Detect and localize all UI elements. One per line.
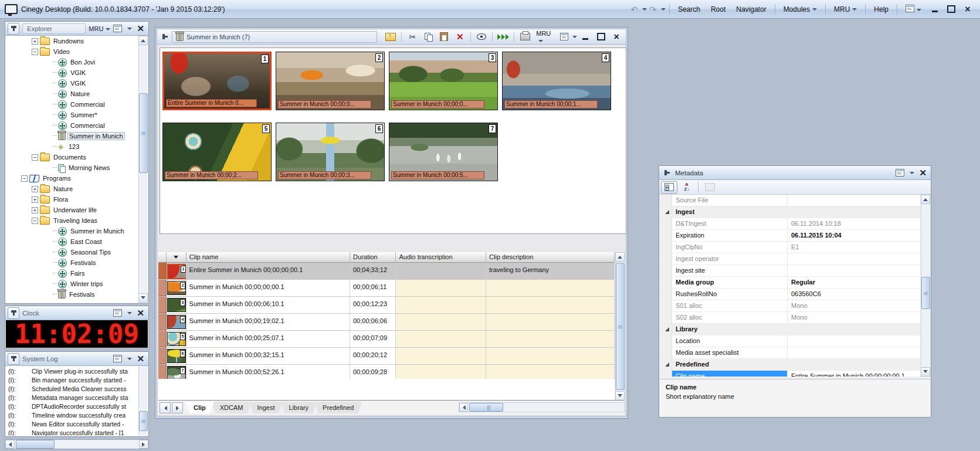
sort-alphabetical-button[interactable]: AZ↓ (679, 182, 694, 193)
category-collapse-icon[interactable] (660, 206, 672, 218)
tree-expand-icon[interactable]: + (32, 196, 38, 203)
metadata-value[interactable]: 063560C6 (788, 289, 920, 300)
tree-expand-icon[interactable]: − (21, 175, 28, 182)
tree-expand-icon[interactable]: + (32, 38, 38, 45)
scroll-down-icon[interactable] (921, 367, 930, 377)
metadata-label[interactable]: Ingest operator (672, 253, 788, 265)
tree-expand-icon[interactable]: − (32, 154, 38, 161)
scrollbar-thumb[interactable] (139, 93, 148, 173)
metadata-value[interactable] (788, 253, 920, 265)
property-pages-button[interactable] (702, 182, 717, 193)
scrollbar-thumb[interactable] (469, 403, 503, 412)
root-button[interactable]: Root (706, 4, 730, 15)
window-menu-button[interactable] (901, 3, 926, 16)
metadata-label[interactable]: RushesRollNo (672, 289, 788, 300)
metadata-row-rushesrollno[interactable]: RushesRollNo063560C6 (660, 289, 920, 300)
metadata-label[interactable]: S01 alloc (672, 300, 788, 311)
category-collapse-icon[interactable] (660, 324, 672, 335)
sidebar-item-festivals[interactable]: Festivals (6, 289, 138, 300)
audio-transcription-cell[interactable] (396, 297, 486, 313)
clip-thumbnail-6[interactable]: 6Summer in Munich 00;00;3... (276, 123, 385, 181)
close-button[interactable]: × (610, 32, 624, 42)
minimize-button[interactable] (579, 32, 593, 42)
row-handle[interactable] (158, 348, 167, 364)
table-row[interactable]: 3Summer in Munich 00;00;06;10.100;00;12;… (158, 297, 615, 314)
chevron-down-icon[interactable] (572, 36, 577, 38)
dock-horizontal-scrollbar[interactable] (5, 439, 149, 449)
sidebar-item-seasonal-tips[interactable]: Seasonal Tips (6, 247, 138, 257)
explorer-scrollbar[interactable] (138, 36, 148, 303)
sidebar-item-east-coast[interactable]: East Coast (6, 236, 138, 247)
metadata-scrollbar[interactable] (921, 195, 930, 377)
chevron-down-icon[interactable] (127, 312, 132, 314)
copy-button[interactable] (421, 30, 435, 43)
sidebar-item-summer-[interactable]: Summer* (6, 110, 138, 120)
metadata-row-media-asset-specialist[interactable]: Media asset specialist (660, 347, 920, 359)
metadata-row-s01-alloc[interactable]: S01 allocMono (660, 300, 920, 312)
metadata-value[interactable] (788, 195, 920, 206)
close-icon[interactable]: ✕ (135, 308, 146, 318)
scroll-right-icon[interactable] (139, 440, 148, 449)
row-handle[interactable] (158, 314, 167, 330)
sidebar-item-underwater-life[interactable]: +Underwater life (6, 205, 138, 215)
table-row[interactable]: 2Summer in Munich 00;00;00;00.100;00;06;… (158, 280, 615, 297)
metadata-label[interactable]: D&TIngest (672, 218, 788, 229)
metadata-row-ingest-operator[interactable]: Ingest operator (660, 253, 920, 265)
chevron-down-icon[interactable] (910, 172, 914, 174)
metadata-label[interactable]: Location (672, 335, 788, 347)
navigator-button[interactable]: Navigator (731, 4, 771, 15)
metadata-row-s02-alloc[interactable]: S02 allocMono (660, 312, 920, 324)
metadata-value[interactable]: Mono (788, 300, 920, 311)
sidebar-item-commercial[interactable]: Commercial (6, 120, 138, 131)
metadata-label[interactable]: Clip name (672, 371, 788, 377)
row-handle[interactable] (158, 280, 167, 296)
row-handle[interactable] (158, 263, 167, 279)
sidebar-item-fairs[interactable]: Fairs (6, 268, 138, 279)
search-button[interactable]: Search (673, 4, 705, 15)
preview-button[interactable] (474, 30, 489, 43)
sidebar-item-vgik[interactable]: VGIK (6, 78, 138, 89)
metadata-value[interactable]: 06.11.2015 10:04 (788, 230, 920, 241)
sidebar-item-nature[interactable]: +Nature (6, 184, 138, 194)
sidebar-item-123[interactable]: ◈123 (6, 141, 138, 152)
metadata-label[interactable]: Media group (672, 277, 788, 288)
paste-button[interactable] (437, 30, 451, 43)
maximize-button[interactable] (944, 4, 959, 15)
metadata-value[interactable]: E1 (788, 242, 920, 253)
scroll-up-icon[interactable] (138, 36, 148, 45)
sidebar-item-commercial[interactable]: Commercial (6, 99, 138, 110)
metadata-label[interactable]: Expiration (672, 230, 788, 241)
pin-button[interactable] (8, 307, 19, 319)
metadata-row-source-file[interactable]: Source File (660, 195, 920, 206)
chevron-down-icon[interactable] (127, 358, 132, 360)
clip-thumbnail-1[interactable]: 1Entire Summer in Munich 0... (162, 52, 272, 110)
sidebar-item-nature[interactable]: Nature (6, 89, 138, 99)
metadata-value[interactable]: Mono (788, 312, 920, 323)
redo-icon[interactable]: ↷ (648, 5, 657, 14)
window-menu-icon[interactable] (113, 309, 122, 317)
scroll-up-icon[interactable] (921, 195, 930, 204)
metadata-label[interactable]: Ingest site (672, 265, 788, 276)
undo-dropdown-icon[interactable] (642, 8, 647, 11)
sidebar-item-documents[interactable]: −Documents (6, 152, 138, 162)
close-icon[interactable]: ✕ (135, 354, 146, 364)
category-collapse-icon[interactable] (660, 359, 672, 370)
help-button[interactable]: Help (869, 4, 893, 15)
clip-thumbnail-3[interactable]: 3Summer in Munich 00;00;0... (389, 52, 498, 110)
clip-name-cell[interactable]: Summer in Munich 00;00;19;02.1 (186, 314, 350, 330)
system-log-scrollbar[interactable] (138, 366, 148, 436)
row-handle[interactable] (158, 331, 167, 347)
tree-expand-icon[interactable]: − (32, 218, 38, 224)
sidebar-item-vgik[interactable]: VGIK (6, 67, 138, 78)
metadata-category-ingest[interactable]: Ingest (660, 206, 920, 218)
close-icon[interactable]: ✕ (135, 23, 146, 34)
clip-name-cell[interactable]: Summer in Munich 00;00;25;07.1 (186, 331, 350, 347)
delete-button[interactable]: ✕ (453, 30, 467, 43)
maximize-button[interactable] (594, 32, 608, 42)
metadata-row-expiration[interactable]: Expiration06.11.2015 10:04 (660, 230, 920, 242)
duration-cell[interactable]: 00;00;20;12 (350, 348, 396, 364)
metadata-row-ingest-site[interactable]: Ingest site (660, 265, 920, 277)
tab-ingest[interactable]: Ingest (249, 402, 283, 413)
clip-window-mru-button[interactable]: MRU (534, 30, 558, 44)
clip-description-cell[interactable] (486, 297, 615, 313)
